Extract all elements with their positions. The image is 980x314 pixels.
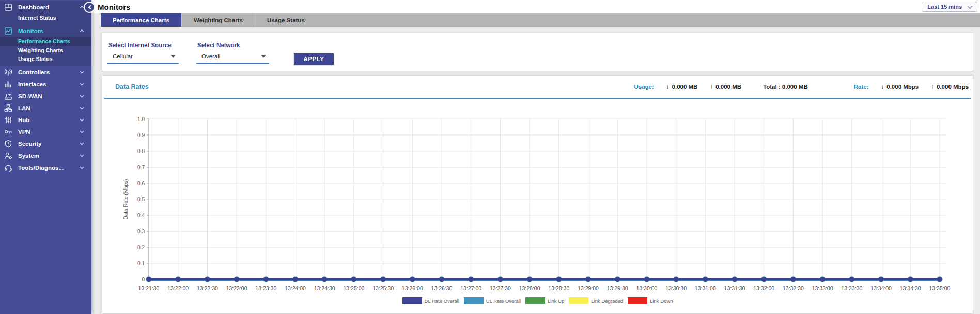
tab-usage-status[interactable]: Usage Status bbox=[255, 13, 317, 27]
chevron-down-icon bbox=[80, 106, 84, 110]
chevron-down-icon bbox=[968, 4, 973, 9]
sidebar-item-system[interactable]: System bbox=[0, 149, 91, 161]
sidebar-item-monitors[interactable]: Monitors bbox=[0, 25, 91, 37]
svg-text:13:34:30: 13:34:30 bbox=[900, 285, 921, 291]
legend-label: DL Rate Overall bbox=[425, 298, 459, 304]
svg-text:13:30:30: 13:30:30 bbox=[665, 285, 687, 291]
legend-swatch bbox=[464, 297, 484, 304]
time-range-value: Last 15 mins bbox=[927, 4, 962, 10]
top-header: Monitors Last 15 mins bbox=[91, 0, 980, 13]
sidebar-item-sdwan[interactable]: SD-WAN bbox=[0, 90, 91, 102]
chevron-down-icon bbox=[80, 130, 84, 133]
svg-text:0: 0 bbox=[142, 277, 145, 282]
usage-label: Usage: bbox=[634, 84, 654, 90]
svg-text:13:24:00: 13:24:00 bbox=[285, 285, 306, 291]
sidebar-item-hub[interactable]: Hub bbox=[0, 114, 91, 126]
sidebar-collapse-button[interactable] bbox=[84, 2, 95, 13]
internet-source-select[interactable]: Cellular bbox=[107, 52, 179, 64]
sidebar-item-dashboard[interactable]: Dashboard bbox=[0, 1, 91, 13]
down-arrow-icon: ↓ bbox=[881, 84, 884, 90]
svg-text:13:27:30: 13:27:30 bbox=[490, 285, 511, 291]
chart-legend: DL Rate OverallUL Rate OverallLink UpLin… bbox=[102, 297, 973, 304]
tab-bar-filler bbox=[317, 13, 980, 27]
controllers-icon bbox=[4, 68, 12, 77]
svg-text:13:22:30: 13:22:30 bbox=[197, 285, 218, 291]
sidebar-item-controllers[interactable]: Controllers bbox=[0, 66, 91, 78]
svg-text:13:33:00: 13:33:00 bbox=[812, 285, 833, 291]
sidebar-item-performance-charts[interactable]: Performance Charts bbox=[0, 37, 91, 46]
svg-text:13:23:30: 13:23:30 bbox=[255, 285, 276, 291]
tab-performance-charts[interactable]: Performance Charts bbox=[101, 13, 181, 27]
legend-item: Link Degraded bbox=[569, 297, 623, 304]
svg-text:13:28:30: 13:28:30 bbox=[548, 285, 569, 291]
chevron-down-icon bbox=[80, 118, 84, 122]
legend-label: UL Rate Overall bbox=[486, 298, 521, 304]
legend-item: DL Rate Overall bbox=[402, 297, 459, 304]
sidebar-group-dashboard: Dashboard Internet Status bbox=[0, 1, 91, 25]
up-arrow-icon: ↑ bbox=[931, 84, 934, 90]
chevron-left-icon bbox=[88, 5, 92, 9]
svg-text:13:25:00: 13:25:00 bbox=[343, 285, 364, 291]
chevron-down-icon bbox=[80, 142, 84, 145]
security-shield-icon bbox=[4, 140, 12, 148]
interfaces-icon bbox=[4, 80, 12, 88]
rate-label: Rate: bbox=[854, 84, 869, 90]
sdwan-icon bbox=[4, 92, 12, 100]
network-value: Overall bbox=[201, 53, 220, 59]
sidebar-item-lan[interactable]: LAN bbox=[0, 102, 91, 114]
vpn-key-icon bbox=[4, 128, 12, 136]
svg-text:13:24:30: 13:24:30 bbox=[314, 285, 335, 291]
down-arrow-icon: ↓ bbox=[666, 84, 670, 90]
stats-row: Usage: ↓ 0.000 MB ↑ 0.000 MB Total : 0.0… bbox=[634, 84, 969, 90]
sidebar-item-weighting-charts[interactable]: Weighting Charts bbox=[0, 46, 91, 54]
sidebar-item-internet-status[interactable]: Internet Status bbox=[0, 13, 91, 22]
svg-text:13:31:00: 13:31:00 bbox=[695, 285, 716, 291]
sidebar-item-interfaces[interactable]: Interfaces bbox=[0, 78, 91, 90]
svg-text:0.2: 0.2 bbox=[137, 245, 145, 250]
svg-text:13:29:00: 13:29:00 bbox=[578, 285, 599, 291]
svg-text:13:26:00: 13:26:00 bbox=[402, 285, 423, 291]
sidebar-item-security[interactable]: Security bbox=[0, 138, 91, 149]
svg-text:13:28:00: 13:28:00 bbox=[519, 285, 540, 291]
sidebar-item-label: Monitors bbox=[18, 28, 43, 34]
svg-text:13:35:00: 13:35:00 bbox=[929, 285, 950, 291]
internet-source-label: Select Internet Source bbox=[107, 42, 179, 48]
legend-label: Link Down bbox=[650, 298, 673, 304]
monitors-icon bbox=[4, 27, 12, 35]
svg-text:0.8: 0.8 bbox=[137, 148, 145, 154]
svg-text:13:27:00: 13:27:00 bbox=[460, 285, 481, 291]
chart-header: Data Rates Usage: ↓ 0.000 MB ↑ 0.000 MB … bbox=[104, 76, 971, 99]
usage-upload-stat: ↑ 0.000 MB bbox=[710, 84, 741, 90]
svg-text:13:32:00: 13:32:00 bbox=[753, 285, 774, 291]
time-range-dropdown[interactable]: Last 15 mins bbox=[922, 2, 977, 12]
svg-text:13:23:00: 13:23:00 bbox=[226, 285, 247, 291]
svg-text:13:30:00: 13:30:00 bbox=[636, 285, 657, 291]
lan-icon bbox=[4, 104, 12, 112]
sidebar-item-tools-diagnostics[interactable]: Tools/Diagnos... bbox=[0, 161, 91, 173]
chevron-down-icon bbox=[80, 82, 84, 86]
legend-swatch bbox=[569, 297, 588, 304]
tools-headset-icon bbox=[4, 163, 12, 172]
chevron-down-icon bbox=[80, 94, 84, 98]
svg-text:13:21:30: 13:21:30 bbox=[138, 285, 160, 291]
svg-text:0.4: 0.4 bbox=[137, 213, 145, 218]
sidebar-item-vpn[interactable]: VPN bbox=[0, 126, 91, 138]
network-label: Select Network bbox=[196, 42, 269, 48]
usage-download-stat: ↓ 0.000 MB bbox=[666, 84, 698, 90]
network-select[interactable]: Overall bbox=[196, 52, 269, 64]
rate-download-stat: ↓ 0.000 Mbps bbox=[881, 84, 919, 90]
panel-title: Data Rates bbox=[115, 83, 149, 91]
sidebar-group-monitors: Monitors Performance Charts Weighting Ch… bbox=[0, 25, 91, 66]
dropdown-caret-icon bbox=[170, 55, 176, 58]
up-arrow-icon: ↑ bbox=[710, 84, 713, 90]
apply-button[interactable]: APPLY bbox=[294, 53, 334, 65]
svg-text:13:31:30: 13:31:30 bbox=[724, 285, 745, 291]
dropdown-caret-icon bbox=[261, 55, 266, 58]
tab-weighting-charts[interactable]: Weighting Charts bbox=[181, 13, 255, 27]
sidebar-item-label: Dashboard bbox=[18, 4, 49, 10]
svg-text:Data Rate (Mbps): Data Rate (Mbps) bbox=[123, 179, 129, 220]
dashboard-icon bbox=[4, 3, 12, 11]
usage-total-stat: Total : 0.000 MB bbox=[763, 84, 808, 90]
svg-text:13:32:30: 13:32:30 bbox=[783, 285, 804, 291]
sidebar-item-usage-status[interactable]: Usage Status bbox=[0, 54, 91, 63]
